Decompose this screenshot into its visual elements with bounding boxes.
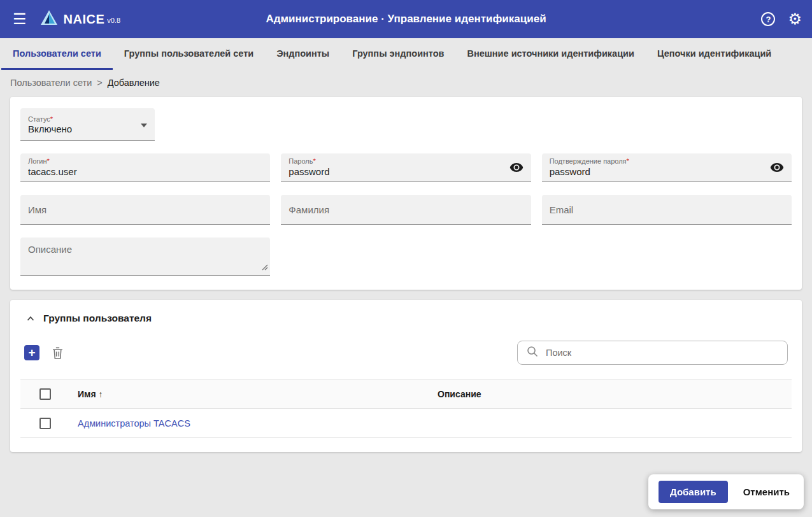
section-tabs: Пользователи сети Группы пользователей с… [0, 38, 812, 70]
first-name-input[interactable] [20, 204, 270, 215]
tab-network-users[interactable]: Пользователи сети [1, 38, 113, 70]
tab-identity-chains[interactable]: Цепочки идентификаций [646, 38, 783, 70]
login-field: Логин* [20, 153, 270, 182]
page-title: Администрирование · Управление идентифик… [0, 13, 812, 25]
app-logo: NAICE v0.8 [39, 10, 121, 29]
chevron-down-icon [141, 124, 147, 127]
groups-section-title: Группы пользователя [43, 313, 152, 324]
help-icon[interactable]: ? [761, 12, 775, 26]
row-name-cell: Администраторы TACACS [78, 409, 438, 438]
required-marker: * [627, 157, 629, 165]
tab-network-user-groups[interactable]: Группы пользователей сети [113, 38, 265, 70]
column-description-label: Описание [438, 389, 481, 399]
groups-toolbar: + [20, 341, 792, 365]
header-checkbox-cell [20, 379, 78, 409]
required-marker: * [47, 157, 50, 165]
password-label-text: Пароль [288, 157, 313, 165]
table-row: Администраторы TACACS [20, 409, 792, 438]
password-confirm-field: Подтверждение пароля* [542, 153, 792, 182]
password-confirm-label-text: Подтверждение пароля [550, 157, 627, 165]
description-field [20, 237, 270, 276]
breadcrumb-separator: > [97, 78, 102, 88]
column-header-description[interactable]: Описание [438, 379, 792, 409]
email-field [542, 195, 792, 225]
login-label: Логин* [20, 153, 270, 165]
app-version: v0.8 [107, 17, 120, 24]
app-name: NAICE [64, 12, 105, 27]
status-value: Включено [20, 123, 155, 137]
add-icon: + [28, 346, 35, 360]
table-header-row: Имя↑ Описание [20, 379, 792, 409]
tab-external-identity-sources[interactable]: Внешние источники идентификации [455, 38, 645, 70]
status-label: Статус* [20, 111, 155, 123]
last-name-field [281, 195, 531, 225]
column-header-name[interactable]: Имя↑ [78, 379, 438, 409]
login-label-text: Логин [28, 157, 47, 165]
required-marker: * [313, 157, 316, 165]
resize-handle-icon[interactable] [262, 262, 268, 273]
search-icon [527, 346, 538, 360]
add-group-button[interactable]: + [24, 345, 39, 360]
menu-icon[interactable]: ☰ [10, 9, 29, 29]
cancel-button[interactable]: Отменить [739, 481, 794, 502]
tab-endpoints[interactable]: Эндпоинты [265, 38, 341, 70]
description-input[interactable] [20, 237, 270, 275]
status-label-text: Статус [28, 115, 50, 123]
breadcrumb: Пользователи сети > Добавление [0, 70, 812, 97]
user-groups-card: Группы пользователя + [10, 300, 802, 452]
group-search-input[interactable] [546, 348, 778, 358]
login-input[interactable] [20, 165, 270, 181]
add-button[interactable]: Добавить [659, 481, 728, 503]
main-content: Статус* Включено Логин* Пароль* [0, 97, 812, 452]
chevron-up-icon [27, 313, 34, 324]
select-all-checkbox[interactable] [39, 388, 51, 400]
breadcrumb-parent[interactable]: Пользователи сети [10, 78, 92, 88]
row-checkbox-cell [20, 409, 78, 438]
last-name-input[interactable] [281, 204, 531, 215]
row-checkbox[interactable] [39, 418, 51, 429]
password-confirm-label: Подтверждение пароля* [542, 153, 792, 165]
logo-icon [39, 10, 59, 29]
first-name-field [20, 195, 270, 225]
status-select[interactable]: Статус* Включено [20, 108, 155, 141]
password-input[interactable] [281, 165, 531, 181]
groups-section-header[interactable]: Группы пользователя [20, 311, 792, 324]
tab-endpoint-groups[interactable]: Группы эндпоинтов [341, 38, 455, 70]
password-field: Пароль* [281, 153, 531, 182]
breadcrumb-current: Добавление [108, 78, 160, 88]
row-description-cell [438, 409, 792, 438]
form-action-bar: Добавить Отменить [648, 474, 804, 509]
top-app-bar: ☰ NAICE v0.8 Администрирование · Управле… [0, 0, 812, 38]
required-marker: * [50, 115, 53, 123]
password-confirm-input[interactable] [542, 165, 792, 181]
eye-icon[interactable] [507, 160, 526, 175]
password-label: Пароль* [281, 153, 531, 165]
eye-icon[interactable] [767, 160, 787, 175]
gear-icon[interactable]: ⚙ [788, 11, 802, 27]
group-link[interactable]: Администраторы TACACS [78, 418, 190, 428]
delete-group-button[interactable] [51, 346, 64, 360]
email-input[interactable] [542, 204, 792, 215]
trash-icon [52, 351, 63, 361]
group-search-box [517, 341, 788, 365]
column-name-label: Имя [78, 389, 96, 399]
groups-table: Имя↑ Описание Администраторы TACACS [20, 379, 792, 438]
topbar-actions: ? ⚙ [761, 11, 802, 27]
user-form-card: Статус* Включено Логин* Пароль* [10, 97, 802, 290]
sort-ascending-icon: ↑ [99, 389, 103, 399]
